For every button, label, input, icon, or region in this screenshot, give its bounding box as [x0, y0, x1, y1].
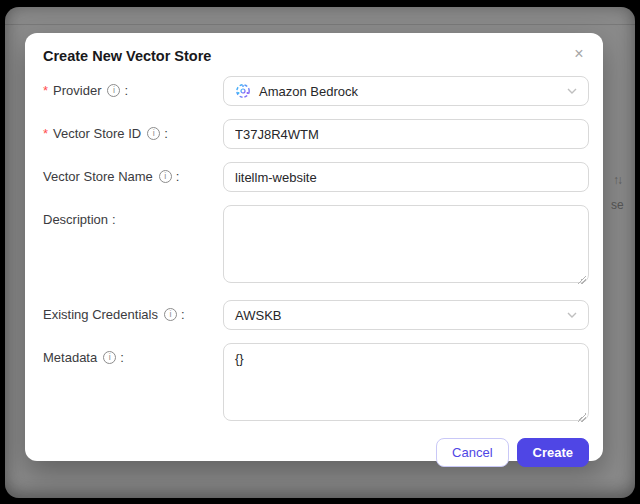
- modal-footer: Cancel Create: [39, 438, 589, 469]
- modal-title: Create New Vector Store: [39, 48, 589, 64]
- label-colon: :: [112, 212, 116, 227]
- provider-row: * Provider i :: [39, 76, 589, 106]
- cancel-button[interactable]: Cancel: [436, 438, 508, 467]
- required-marker: *: [43, 126, 48, 141]
- metadata-label: Metadata i :: [39, 343, 223, 365]
- existing-credentials-label: Existing Credentials i :: [39, 300, 223, 322]
- vector-store-name-label-text: Vector Store Name: [43, 169, 153, 184]
- vector-store-name-input[interactable]: [223, 162, 589, 192]
- provider-label-text: Provider: [53, 83, 101, 98]
- description-label-text: Description: [43, 212, 108, 227]
- info-icon[interactable]: i: [107, 84, 120, 97]
- vector-store-id-input[interactable]: [223, 119, 589, 149]
- existing-credentials-row: Existing Credentials i : AWSKB: [39, 300, 589, 330]
- provider-label: * Provider i :: [39, 76, 223, 98]
- description-label: Description :: [39, 205, 223, 227]
- sort-icon: ↑↓: [613, 173, 621, 187]
- existing-credentials-select[interactable]: AWSKB: [223, 300, 589, 330]
- create-button[interactable]: Create: [517, 438, 589, 467]
- vector-store-name-row: Vector Store Name i :: [39, 162, 589, 192]
- vector-store-id-row: * Vector Store ID i :: [39, 119, 589, 149]
- close-icon[interactable]: ×: [569, 44, 589, 64]
- metadata-textarea[interactable]: {}: [223, 343, 589, 421]
- info-icon[interactable]: i: [164, 308, 177, 321]
- chevron-down-icon: [567, 88, 577, 94]
- create-vector-store-modal: × Create New Vector Store * Provider i :: [25, 33, 603, 461]
- vector-store-name-label: Vector Store Name i :: [39, 162, 223, 184]
- existing-credentials-label-text: Existing Credentials: [43, 307, 158, 322]
- provider-select[interactable]: Amazon Bedrock: [223, 76, 589, 106]
- description-row: Description :: [39, 205, 589, 287]
- label-colon: :: [181, 307, 185, 322]
- info-icon[interactable]: i: [147, 127, 160, 140]
- vector-store-id-label: * Vector Store ID i :: [39, 119, 223, 141]
- provider-value: Amazon Bedrock: [259, 84, 559, 99]
- label-colon: :: [124, 83, 128, 98]
- description-textarea[interactable]: [223, 205, 589, 283]
- amazon-bedrock-icon: [235, 83, 251, 99]
- info-icon[interactable]: i: [103, 351, 116, 364]
- required-marker: *: [43, 83, 48, 98]
- existing-credentials-value: AWSKB: [235, 308, 559, 323]
- metadata-label-text: Metadata: [43, 350, 97, 365]
- label-colon: :: [176, 169, 180, 184]
- label-colon: :: [164, 126, 168, 141]
- background-header-seam: [5, 24, 635, 25]
- background-partial-text: se: [611, 198, 624, 212]
- chevron-down-icon: [567, 312, 577, 318]
- label-colon: :: [120, 350, 124, 365]
- metadata-row: Metadata i : {}: [39, 343, 589, 425]
- info-icon[interactable]: i: [159, 170, 172, 183]
- vector-store-id-label-text: Vector Store ID: [53, 126, 141, 141]
